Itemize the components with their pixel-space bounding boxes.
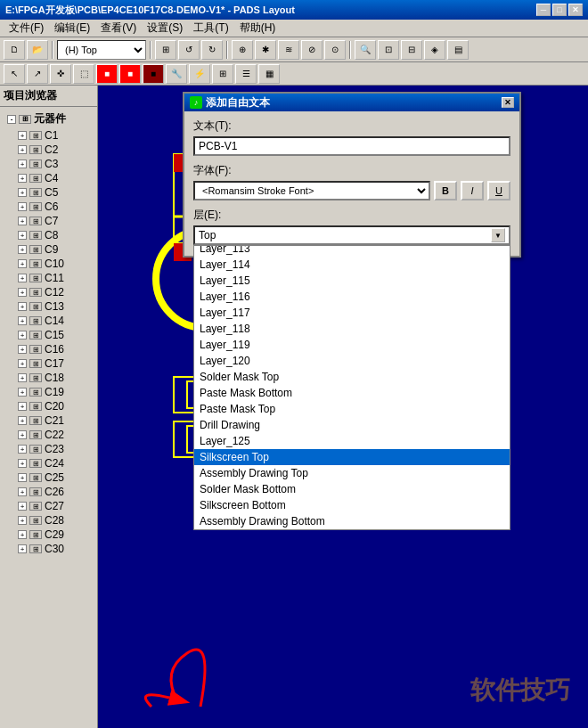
layer-item-assembly-drawing-top[interactable]: Assembly Drawing Top (194, 465, 510, 481)
text-input[interactable] (193, 136, 510, 156)
toolbar-btn-5[interactable]: ✱ (255, 40, 276, 60)
sidebar-item-c12[interactable]: + ⊞ C12 (4, 285, 94, 299)
toolbar-btn-8[interactable]: ⊙ (324, 40, 346, 60)
expand-icon[interactable]: + (18, 145, 27, 154)
toolbar-btn-3[interactable]: ↻ (201, 40, 223, 60)
expand-icon[interactable]: + (18, 174, 27, 183)
expand-icon[interactable]: + (18, 530, 27, 539)
layer-item-assembly-drawing-bottom[interactable]: Assembly Drawing Bottom (194, 513, 510, 529)
expand-icon[interactable]: + (18, 416, 27, 425)
new-button[interactable]: 🗋 (4, 40, 25, 60)
sidebar-item-c25[interactable]: + ⊞ C25 (4, 470, 94, 485)
toolbar-btn-7[interactable]: ⊘ (301, 40, 323, 60)
tool-11[interactable]: ▦ (258, 64, 280, 84)
layer-item-silkscreen-bottom[interactable]: Silkscreen Bottom (194, 497, 510, 513)
layer-item-paste-mask-bottom[interactable]: Paste Mask Bottom (194, 385, 510, 401)
layer-item-layer_115[interactable]: Layer_115 (194, 273, 510, 289)
sidebar-item-c3[interactable]: + ⊞ C3 (4, 157, 94, 171)
sidebar-item-c28[interactable]: + ⊞ C28 (4, 513, 94, 528)
sidebar-item-c19[interactable]: + ⊞ C19 (4, 385, 94, 399)
tool-8[interactable]: ⚡ (189, 64, 210, 84)
expand-components-icon[interactable]: - (7, 115, 16, 124)
toolbar-btn-10[interactable]: ⊟ (401, 40, 422, 60)
layer-item-solder-mask-bottom[interactable]: Solder Mask Bottom (194, 481, 510, 497)
sidebar-item-c5[interactable]: + ⊞ C5 (4, 185, 94, 200)
sidebar-item-c2[interactable]: + ⊞ C2 (4, 143, 94, 157)
tool-6[interactable]: ■ (143, 64, 164, 84)
expand-icon[interactable]: + (18, 217, 27, 225)
expand-icon[interactable]: + (18, 188, 27, 197)
expand-icon[interactable]: + (18, 245, 27, 254)
expand-icon[interactable]: + (18, 516, 27, 525)
font-select[interactable]: <Romansim Stroke Font> (193, 181, 430, 200)
sidebar-item-c6[interactable]: + ⊞ C6 (4, 200, 94, 214)
maximize-button[interactable]: □ (552, 4, 567, 16)
expand-icon[interactable]: + (18, 160, 27, 168)
expand-icon[interactable]: + (18, 373, 27, 382)
expand-icon[interactable]: + (18, 402, 27, 411)
expand-icon[interactable]: + (18, 302, 27, 311)
menu-help[interactable]: 帮助(H) (234, 19, 282, 37)
sidebar-item-c30[interactable]: + ⊞ C30 (4, 542, 94, 556)
expand-icon[interactable]: + (18, 331, 27, 339)
sidebar-item-c1[interactable]: + ⊞ C1 (4, 128, 94, 143)
menu-settings[interactable]: 设置(S) (142, 19, 188, 37)
sidebar-item-c15[interactable]: + ⊞ C15 (4, 328, 94, 342)
expand-icon[interactable]: + (18, 274, 27, 282)
layer-item-silkscreen-top[interactable]: Silkscreen Top (194, 449, 510, 465)
menu-edit[interactable]: 编辑(E) (49, 19, 95, 37)
sidebar-item-c18[interactable]: + ⊞ C18 (4, 371, 94, 385)
sidebar-item-c22[interactable]: + ⊞ C22 (4, 428, 94, 442)
sidebar-item-c7[interactable]: + ⊞ C7 (4, 214, 94, 228)
minimize-button[interactable]: ─ (536, 4, 551, 16)
expand-icon[interactable]: + (18, 316, 27, 325)
layer-item-paste-mask-top[interactable]: Paste Mask Top (194, 401, 510, 417)
layer-item-layer_117[interactable]: Layer_117 (194, 305, 510, 321)
sidebar-item-c24[interactable]: + ⊞ C24 (4, 456, 94, 470)
expand-icon[interactable]: + (18, 259, 27, 268)
expand-icon[interactable]: + (18, 502, 27, 511)
toolbar-btn-1[interactable]: ⊞ (155, 40, 176, 60)
sidebar-item-c21[interactable]: + ⊞ C21 (4, 413, 94, 428)
layer-item-layer_113[interactable]: Layer_113 (194, 245, 510, 257)
expand-icon[interactable]: + (18, 345, 27, 354)
sidebar-item-c11[interactable]: + ⊞ C11 (4, 271, 94, 285)
toolbar-btn-6[interactable]: ≋ (278, 40, 299, 60)
menu-view[interactable]: 查看(V) (95, 19, 142, 37)
layer-item-solder-mask-top[interactable]: Solder Mask Top (194, 369, 510, 385)
layer-item-layer_120[interactable]: Layer_120 (194, 353, 510, 369)
sidebar-item-c29[interactable]: + ⊞ C29 (4, 528, 94, 542)
tool-7[interactable]: 🔧 (166, 64, 187, 84)
toolbar-btn-9[interactable]: ⊡ (378, 40, 399, 60)
tool-5[interactable]: ■ (119, 64, 141, 84)
sidebar-item-c26[interactable]: + ⊞ C26 (4, 485, 94, 499)
tool-move[interactable]: ✜ (50, 64, 71, 84)
toolbar-btn-12[interactable]: ▤ (447, 40, 469, 60)
sidebar-item-c23[interactable]: + ⊞ C23 (4, 442, 94, 456)
sidebar-item-c16[interactable]: + ⊞ C16 (4, 342, 94, 356)
layer-item-layer_116[interactable]: Layer_116 (194, 289, 510, 305)
expand-icon[interactable]: + (18, 473, 27, 482)
layer-item-layer_119[interactable]: Layer_119 (194, 337, 510, 353)
dialog-close-button[interactable]: ✕ (502, 97, 514, 108)
expand-icon[interactable]: + (18, 445, 27, 454)
expand-icon[interactable]: + (18, 202, 27, 211)
layer-dropdown-list[interactable]: TopGNDVCCBottomLayer_105Layer_106Layer_1… (193, 245, 510, 530)
expand-icon[interactable]: + (18, 231, 27, 240)
layer-select-box[interactable]: Top ▼ (193, 225, 510, 245)
sidebar-item-c13[interactable]: + ⊞ C13 (4, 299, 94, 314)
menu-file[interactable]: 文件(F) (4, 19, 49, 37)
layer-dropdown[interactable]: (H) Top (57, 40, 146, 60)
layer-item-layer_118[interactable]: Layer_118 (194, 321, 510, 337)
layer-dropdown-arrow[interactable]: ▼ (491, 228, 505, 242)
sidebar-item-c20[interactable]: + ⊞ C20 (4, 399, 94, 413)
sidebar-item-c27[interactable]: + ⊞ C27 (4, 499, 94, 513)
layer-item-layer_114[interactable]: Layer_114 (194, 257, 510, 273)
sidebar-item-c9[interactable]: + ⊞ C9 (4, 242, 94, 257)
bold-button[interactable]: B (434, 181, 457, 200)
sidebar-item-c14[interactable]: + ⊞ C14 (4, 314, 94, 328)
toolbar-btn-11[interactable]: ◈ (424, 40, 445, 60)
expand-icon[interactable]: + (18, 288, 27, 297)
expand-icon[interactable]: + (18, 359, 27, 368)
open-button[interactable]: 📂 (27, 40, 48, 60)
